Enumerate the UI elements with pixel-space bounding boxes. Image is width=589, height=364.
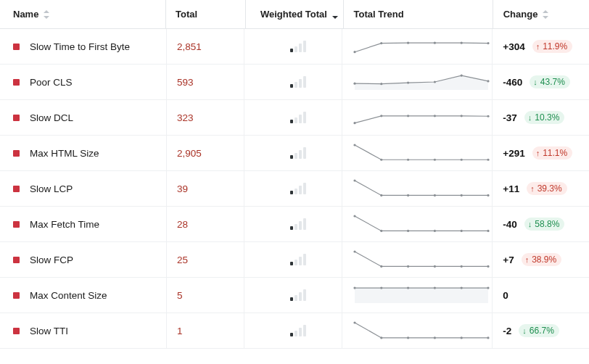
table-row[interactable]: Slow Time to First Byte2,851+304↑11.9% — [0, 29, 589, 65]
arrow-up-icon: ↑ — [536, 149, 540, 157]
svg-point-34 — [407, 194, 409, 197]
table-row[interactable]: Max Content Size50 — [0, 278, 589, 313]
svg-marker-4 — [332, 16, 338, 19]
severity-square-icon — [13, 150, 20, 157]
trend-sparkline — [353, 36, 490, 57]
svg-point-37 — [487, 194, 490, 197]
total-value: 323 — [177, 112, 194, 123]
trend-sparkline — [353, 285, 490, 305]
metric-name: Slow TTI — [30, 326, 68, 336]
total-value: 28 — [177, 219, 188, 230]
change-percent: 39.3% — [537, 183, 562, 194]
severity-square-icon — [13, 328, 20, 334]
svg-point-23 — [434, 115, 436, 117]
col-header-change[interactable]: Change — [503, 9, 550, 20]
metric-name: Max Fetch Time — [30, 219, 99, 230]
severity-square-icon — [13, 221, 20, 228]
table-row[interactable]: Slow DCL323-37↓10.3% — [0, 100, 589, 136]
svg-point-44 — [354, 250, 356, 252]
metrics-table: Name Total Weighted Total Total Trend Ch… — [0, 0, 589, 349]
svg-point-49 — [487, 265, 490, 268]
col-header-trend-label: Total Trend — [354, 9, 404, 20]
change-pill: ↓58.8% — [524, 218, 565, 231]
change-value: 0 — [503, 290, 508, 301]
change-percent: 43.7% — [540, 77, 565, 87]
svg-point-47 — [434, 265, 436, 268]
table-row[interactable]: Slow FCP25+7↑38.9% — [0, 242, 589, 278]
svg-point-52 — [381, 287, 383, 289]
severity-square-icon — [13, 44, 20, 50]
svg-marker-5 — [543, 10, 548, 13]
svg-point-31 — [487, 159, 490, 161]
svg-point-35 — [434, 194, 436, 197]
change-value: -37 — [503, 112, 517, 123]
svg-point-17 — [434, 80, 436, 83]
change-value: +304 — [503, 41, 524, 52]
col-header-trend[interactable]: Total Trend — [354, 9, 404, 20]
col-header-total[interactable]: Total — [176, 9, 223, 20]
trend-sparkline — [353, 178, 490, 199]
change-percent: 11.9% — [543, 41, 567, 51]
svg-point-19 — [487, 80, 490, 82]
metric-name: Slow FCP — [30, 255, 73, 265]
total-value: 1 — [177, 326, 183, 336]
col-header-name[interactable]: Name — [13, 9, 50, 20]
trend-sparkline — [353, 214, 490, 234]
table-row[interactable]: Poor CLS593-460↓43.7% — [0, 65, 589, 100]
change-pill: ↓10.3% — [524, 111, 565, 124]
svg-point-40 — [407, 230, 409, 232]
svg-point-29 — [434, 159, 436, 161]
col-header-weighted[interactable]: Weighted Total — [256, 9, 342, 20]
total-value: 2,851 — [177, 41, 202, 52]
svg-marker-1 — [44, 16, 49, 19]
arrow-up-icon: ↑ — [525, 256, 530, 264]
change-value: +11 — [503, 183, 519, 194]
change-pill: ↑38.9% — [522, 253, 562, 266]
total-value: 2,905 — [177, 148, 202, 159]
svg-point-51 — [354, 287, 356, 289]
severity-square-icon — [13, 186, 20, 192]
change-pill: ↓66.7% — [519, 324, 559, 337]
col-header-weighted-label: Weighted Total — [260, 9, 327, 20]
svg-point-59 — [407, 336, 409, 339]
svg-point-32 — [354, 179, 356, 181]
change-value: +291 — [503, 148, 524, 159]
table-row[interactable]: Max HTML Size2,905+291↑11.1% — [0, 136, 589, 171]
signal-bars-icon — [290, 147, 306, 159]
svg-point-41 — [434, 230, 436, 232]
trend-sparkline — [353, 143, 490, 163]
signal-bars-icon — [290, 325, 306, 336]
arrow-up-icon: ↑ — [536, 43, 540, 51]
svg-point-53 — [407, 287, 409, 289]
trend-sparkline — [353, 320, 490, 341]
table-row[interactable]: Slow TTI1-2↓66.7% — [0, 313, 589, 349]
change-value: -2 — [503, 326, 511, 336]
svg-point-58 — [381, 336, 383, 339]
svg-point-39 — [381, 230, 383, 232]
svg-point-61 — [461, 336, 463, 339]
change-percent: 66.7% — [530, 326, 554, 336]
table-row[interactable]: Slow LCP39+11↑39.3% — [0, 171, 589, 207]
svg-point-25 — [487, 115, 490, 117]
signal-bars-icon — [290, 112, 306, 123]
severity-square-icon — [13, 115, 20, 121]
change-pill: ↑11.1% — [532, 146, 573, 160]
trend-sparkline — [353, 107, 490, 128]
change-pill: ↑11.9% — [532, 40, 573, 53]
svg-point-15 — [381, 83, 383, 85]
signal-bars-icon — [290, 289, 306, 301]
change-percent: 10.3% — [535, 112, 559, 123]
arrow-up-icon: ↑ — [530, 185, 535, 193]
change-pill: ↑39.3% — [527, 182, 567, 195]
trend-sparkline — [353, 249, 490, 270]
table-header: Name Total Weighted Total Total Trend Ch… — [0, 0, 589, 29]
svg-point-56 — [487, 287, 490, 289]
signal-bars-icon — [290, 183, 306, 194]
sort-both-icon — [43, 10, 50, 19]
svg-point-46 — [407, 265, 409, 268]
svg-point-20 — [354, 122, 356, 124]
table-row[interactable]: Max Fetch Time28-40↓58.8% — [0, 207, 589, 242]
arrow-down-icon: ↓ — [528, 114, 532, 122]
metric-name: Max Content Size — [30, 290, 107, 301]
svg-point-24 — [461, 115, 463, 117]
